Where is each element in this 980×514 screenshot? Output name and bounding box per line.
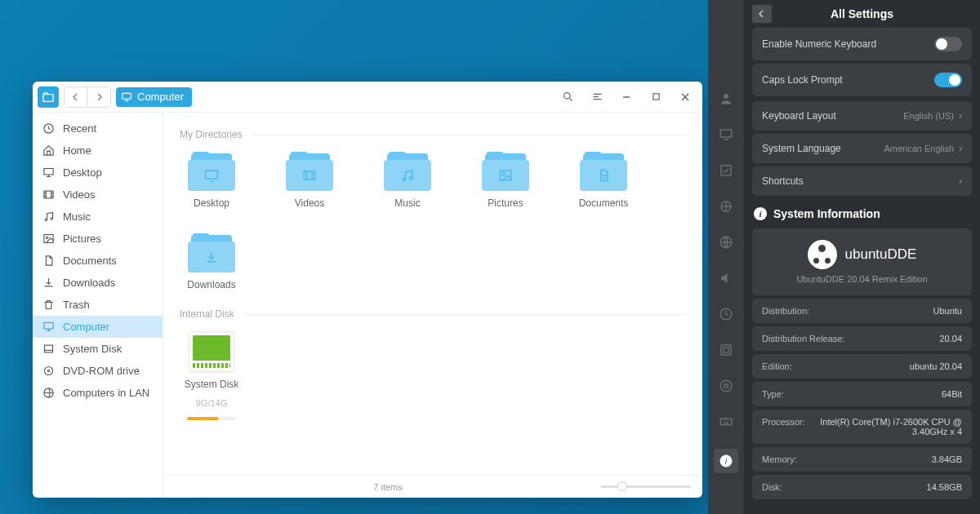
- sidebar-item-home[interactable]: Home: [33, 140, 163, 162]
- sysinfo-edition-: Edition:ubuntu 20.04: [752, 354, 972, 379]
- sidebar-item-computer[interactable]: Computer: [33, 316, 163, 338]
- sysinfo-disk-: Disk:14.58GB: [752, 475, 972, 499]
- rail-display-icon[interactable]: [717, 126, 735, 144]
- view-options-button[interactable]: [585, 85, 609, 109]
- sysinfo-value: ubuntu 20.04: [800, 361, 962, 371]
- svg-point-31: [724, 384, 728, 388]
- clock-icon: [42, 122, 55, 135]
- folder-downloads[interactable]: Downloads: [180, 233, 243, 290]
- svg-point-2: [564, 93, 570, 100]
- rail-default-apps-icon[interactable]: [717, 162, 735, 179]
- folder-desktop[interactable]: Desktop: [180, 152, 243, 209]
- sysinfo-value: Intel(R) Core(TM) i7-2600K CPU @ 3.40GHz…: [813, 417, 962, 436]
- disk-icon: [42, 343, 55, 355]
- sidebar-item-label: Computer: [63, 321, 109, 333]
- rail-power-icon[interactable]: [717, 341, 735, 359]
- sidebar-item-label: Home: [63, 144, 91, 157]
- disk-system-disk[interactable]: System Disk9G/14G: [180, 331, 243, 420]
- close-button[interactable]: [673, 85, 697, 109]
- folder-label: Downloads: [187, 279, 235, 290]
- sysinfo-value: 64Bit: [792, 389, 962, 399]
- sidebar-item-recent[interactable]: Recent: [33, 117, 163, 140]
- rail-mouse-icon[interactable]: [717, 377, 735, 395]
- network-icon: [42, 387, 55, 399]
- setting-enable-numeric-keyboard[interactable]: Enable Numeric Keyboard: [752, 28, 972, 60]
- folder-music[interactable]: Music: [376, 152, 439, 209]
- svg-rect-28: [721, 345, 731, 355]
- chevron-right-icon: ›: [959, 143, 962, 154]
- setting-caps-lock-prompt[interactable]: Caps Lock Prompt: [752, 64, 972, 96]
- location-chip[interactable]: Computer: [116, 87, 192, 107]
- sidebar-item-label: Music: [63, 210, 91, 223]
- sidebar-item-desktop[interactable]: Desktop: [33, 162, 163, 184]
- brand-subtitle: UbuntuDDE 20.04 Remix Edition: [762, 274, 962, 284]
- info-icon: i: [754, 207, 767, 220]
- setting-shortcuts[interactable]: Shortcuts›: [752, 166, 972, 196]
- svg-rect-20: [500, 171, 510, 180]
- nav-forward-button[interactable]: [87, 87, 110, 107]
- sidebar-item-trash[interactable]: Trash: [33, 294, 163, 316]
- toggle-switch[interactable]: [934, 73, 962, 87]
- sidebar-item-downloads[interactable]: Downloads: [33, 272, 163, 294]
- sidebar-item-music[interactable]: Music: [33, 206, 163, 228]
- folder-documents[interactable]: Documents: [572, 152, 635, 209]
- svg-rect-11: [44, 323, 53, 330]
- folder-videos[interactable]: Videos: [278, 152, 341, 209]
- item-count: 7 items: [175, 482, 601, 492]
- chevron-right-icon: ›: [959, 110, 962, 122]
- rail-network-icon[interactable]: [717, 233, 735, 251]
- sidebar-item-documents[interactable]: Documents: [33, 250, 163, 272]
- picture-icon: [42, 233, 55, 245]
- rail-account-icon[interactable]: [717, 90, 735, 108]
- file-manager-content: My Directories DesktopVideosMusicPicture…: [163, 113, 702, 475]
- folder-pictures[interactable]: Pictures: [474, 152, 537, 209]
- sidebar-item-system-disk[interactable]: System Disk: [33, 338, 163, 360]
- setting-system-language[interactable]: System LanguageAmerican English›: [752, 134, 972, 163]
- rail-time-icon[interactable]: [717, 305, 735, 323]
- sidebar-item-dvd-rom-drive[interactable]: DVD-ROM drive: [33, 360, 163, 382]
- sysinfo-value: Ubuntu: [817, 306, 962, 316]
- sidebar-item-videos[interactable]: Videos: [33, 184, 163, 206]
- sidebar-item-label: DVD-ROM drive: [63, 365, 140, 377]
- video-icon: [42, 188, 55, 201]
- search-button[interactable]: [555, 85, 580, 109]
- brand-name: ubuntuDDE: [845, 246, 917, 263]
- settings-category-rail: i: [708, 0, 744, 514]
- location-label: Computer: [137, 91, 184, 103]
- svg-rect-32: [720, 419, 732, 425]
- rail-sound-icon[interactable]: [717, 269, 735, 287]
- folder-label: Videos: [295, 197, 324, 209]
- sidebar-item-label: Downloads: [63, 277, 115, 289]
- svg-point-13: [45, 367, 53, 375]
- rail-personalization-icon[interactable]: [717, 197, 735, 215]
- sidebar-item-label: Computers in LAN: [63, 387, 149, 399]
- sidebar-item-label: Pictures: [63, 233, 101, 245]
- folder-label: Pictures: [488, 197, 523, 209]
- zoom-slider[interactable]: [601, 485, 691, 488]
- folder-icon: [384, 152, 431, 191]
- sysinfo-type-: Type:64Bit: [752, 382, 972, 406]
- sidebar-item-pictures[interactable]: Pictures: [33, 228, 163, 250]
- sidebar-item-label: Trash: [63, 299, 90, 311]
- minimize-button[interactable]: [614, 85, 639, 109]
- setting-label: Caps Lock Prompt: [762, 74, 934, 86]
- music-icon: [42, 210, 55, 223]
- rail-systeminfo-icon[interactable]: i: [714, 449, 738, 473]
- nav-back-button[interactable]: [65, 87, 87, 107]
- settings-back-button[interactable]: [752, 5, 772, 23]
- svg-rect-5: [44, 169, 53, 175]
- sidebar-item-label: Desktop: [63, 166, 102, 179]
- computer-icon: [42, 321, 55, 333]
- maximize-button[interactable]: [644, 85, 668, 109]
- svg-point-14: [47, 370, 50, 372]
- settings-header: All Settings: [744, 0, 980, 28]
- view-icon: [591, 91, 604, 103]
- toggle-switch[interactable]: [934, 37, 962, 51]
- rail-keyboard-icon[interactable]: [717, 413, 735, 431]
- setting-label: Shortcuts: [762, 175, 959, 187]
- svg-point-21: [502, 173, 505, 175]
- sysinfo-key: Edition:: [762, 361, 792, 371]
- setting-keyboard-layout[interactable]: Keyboard LayoutEnglish (US)›: [752, 101, 972, 131]
- svg-point-30: [720, 380, 732, 392]
- sidebar-item-computers-in-lan[interactable]: Computers in LAN: [33, 382, 163, 404]
